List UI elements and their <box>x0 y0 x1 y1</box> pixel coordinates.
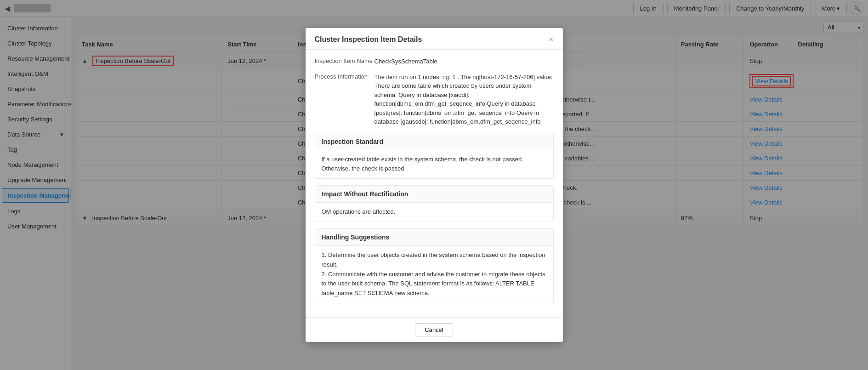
modal-header: Cluster Inspection Item Details × <box>306 28 563 50</box>
impact-content: OM operations are affected. <box>315 203 553 222</box>
impact-section: Impact Without Rectification OM operatio… <box>315 185 554 222</box>
process-info-label: Process Information <box>315 73 374 126</box>
impact-title: Impact Without Rectification <box>315 186 553 203</box>
handling-content: 1. Determine the user objects created in… <box>315 246 553 303</box>
item-name-value: CheckSysSchemaTable <box>374 57 554 66</box>
cancel-button[interactable]: Cancel <box>415 323 453 336</box>
modal-footer: Cancel <box>306 317 563 342</box>
handling-title: Handling Suggestions <box>315 229 553 246</box>
inspection-item-name-field: Inspection Item Name CheckSysSchemaTable <box>315 57 554 66</box>
modal-overlay[interactable]: Cluster Inspection Item Details × Inspec… <box>0 0 868 370</box>
process-info-field: Process Information The item run on 1 no… <box>315 73 554 126</box>
inspection-details-modal: Cluster Inspection Item Details × Inspec… <box>306 28 563 342</box>
inspection-standard-title: Inspection Standard <box>315 133 553 150</box>
process-info-value: The item run on 1 nodes. ng: 1 . The ng[… <box>374 73 554 126</box>
inspection-standard-content: If a user-created table exists in the sy… <box>315 150 553 179</box>
modal-body: Inspection Item Name CheckSysSchemaTable… <box>306 50 563 317</box>
modal-close-button[interactable]: × <box>549 35 554 44</box>
modal-title: Cluster Inspection Item Details <box>315 35 422 44</box>
inspection-standard-section: Inspection Standard If a user-created ta… <box>315 133 554 179</box>
item-name-label: Inspection Item Name <box>315 57 374 66</box>
handling-section: Handling Suggestions 1. Determine the us… <box>315 228 554 303</box>
